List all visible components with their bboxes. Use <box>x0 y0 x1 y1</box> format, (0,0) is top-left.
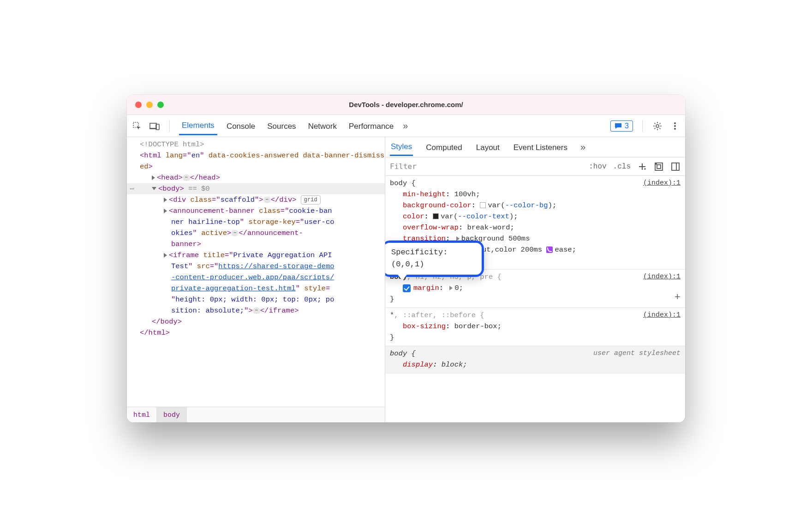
expand-arrow-icon[interactable] <box>164 253 167 258</box>
color-swatch-icon[interactable] <box>433 213 439 219</box>
divider <box>169 120 170 132</box>
tab-network[interactable]: Network <box>305 117 340 135</box>
content-area: <!DOCTYPE html> <html lang="en" data-coo… <box>127 137 685 422</box>
main-tab-bar: Elements Console Sources Network Perform… <box>127 115 685 137</box>
more-subtabs-button[interactable]: » <box>580 142 585 152</box>
divider <box>642 120 643 132</box>
close-window-button[interactable] <box>135 102 142 108</box>
svg-point-7 <box>674 128 676 130</box>
svg-rect-14 <box>672 163 679 170</box>
maximize-window-button[interactable] <box>157 102 164 108</box>
svg-rect-1 <box>150 123 156 128</box>
issues-badge[interactable]: 3 <box>610 120 633 132</box>
ellipsis-icon[interactable]: ⋯ <box>183 174 190 181</box>
style-rule-user-agent[interactable]: user agent stylesheet body { display: bl… <box>385 346 685 373</box>
svg-point-4 <box>656 125 659 127</box>
new-style-rule-icon[interactable] <box>637 162 647 172</box>
device-toolbar-icon[interactable] <box>149 120 160 132</box>
color-swatch-icon[interactable] <box>480 202 486 208</box>
minimize-window-button[interactable] <box>146 102 153 108</box>
tab-performance[interactable]: Performance <box>346 117 396 135</box>
expand-arrow-icon[interactable] <box>164 198 167 202</box>
rule-source-link[interactable]: (index):1 <box>643 178 681 188</box>
toggle-sidebar-icon[interactable] <box>670 162 681 172</box>
specificity-tooltip: Specificity: (0,0,1) <box>385 240 484 277</box>
dom-node-html[interactable]: <html lang="en" data-cookies-answered da… <box>127 150 385 172</box>
rule-source-link[interactable]: (index):1 <box>643 271 681 282</box>
subtab-computed[interactable]: Computed <box>425 139 463 156</box>
dom-node-iframe[interactable]: <iframe title="Private Aggregation API <box>127 250 385 261</box>
styles-filter-bar: :hov .cls <box>385 157 685 176</box>
dom-node-body-selected[interactable]: <body> == $0 <box>127 183 385 194</box>
computed-styles-sidebar-icon[interactable] <box>654 162 664 172</box>
titlebar: DevTools - developer.chrome.com/ <box>127 95 685 115</box>
grid-badge[interactable]: grid <box>301 195 321 205</box>
style-rule[interactable]: (index):1 *, ::after, ::before { box-siz… <box>385 308 685 346</box>
breadcrumb: html body <box>127 407 385 422</box>
crumb-body[interactable]: body <box>157 407 187 422</box>
property-checkbox[interactable] <box>403 284 411 292</box>
dom-node-div[interactable]: <div class="scaffold">⋯</div> grid <box>127 194 385 205</box>
inspect-element-icon[interactable] <box>131 120 143 132</box>
issues-count: 3 <box>625 122 629 130</box>
hov-toggle[interactable]: :hov <box>589 162 606 171</box>
bezier-editor-icon[interactable] <box>546 246 553 253</box>
ellipsis-icon[interactable]: ⋯ <box>253 307 260 314</box>
dom-tree[interactable]: <!DOCTYPE html> <html lang="en" data-coo… <box>127 137 385 407</box>
dom-body-close[interactable]: </body> <box>152 318 182 326</box>
expand-arrow-icon[interactable] <box>164 209 167 213</box>
tab-elements[interactable]: Elements <box>179 116 217 135</box>
ellipsis-icon[interactable]: ⋯ <box>231 230 239 236</box>
cls-toggle[interactable]: .cls <box>613 162 631 171</box>
devtools-window: DevTools - developer.chrome.com/ Element… <box>127 95 685 422</box>
expand-arrow-icon[interactable] <box>152 175 155 180</box>
rule-source-label: user agent stylesheet <box>593 348 681 359</box>
dom-node-announcement-banner[interactable]: <announcement-banner class="cookie-ban <box>127 205 385 216</box>
settings-icon[interactable] <box>652 120 663 132</box>
tooltip-text: Specificity: (0,0,1) <box>385 243 482 275</box>
tab-sources[interactable]: Sources <box>264 117 299 135</box>
expand-shorthand-icon[interactable] <box>449 286 453 290</box>
svg-rect-12 <box>657 165 661 168</box>
styles-tab-bar: Styles Computed Layout Event Listeners » <box>385 137 685 157</box>
traffic-lights <box>135 102 164 108</box>
doctype: <!DOCTYPE html> <box>140 140 204 149</box>
more-tabs-button[interactable]: » <box>403 120 408 131</box>
dom-node-head[interactable]: <head>⋯</head> <box>127 172 385 183</box>
ellipsis-icon[interactable]: ⋯ <box>263 197 271 203</box>
svg-point-13 <box>656 163 657 164</box>
styles-rules-list: (index):1 body { min-height: 100vh; back… <box>385 176 685 422</box>
kebab-menu-icon[interactable] <box>669 120 681 132</box>
window-title: DevTools - developer.chrome.com/ <box>349 101 463 108</box>
svg-point-5 <box>674 122 676 124</box>
subtab-styles[interactable]: Styles <box>390 138 413 156</box>
styles-panel: Styles Computed Layout Event Listeners »… <box>385 137 685 422</box>
subtab-event-listeners[interactable]: Event Listeners <box>513 139 568 156</box>
subtab-layout[interactable]: Layout <box>475 139 501 156</box>
collapse-arrow-icon[interactable] <box>152 187 156 190</box>
crumb-html[interactable]: html <box>127 407 157 422</box>
elements-panel: <!DOCTYPE html> <html lang="en" data-coo… <box>127 137 385 422</box>
iframe-src-link[interactable]: https://shared-storage-demo <box>218 262 334 271</box>
add-property-button[interactable]: + <box>675 290 681 306</box>
dom-html-close[interactable]: </html> <box>140 329 170 337</box>
svg-point-6 <box>674 125 676 127</box>
tab-console[interactable]: Console <box>224 117 258 135</box>
rule-source-link[interactable]: (index):1 <box>643 310 681 320</box>
styles-filter-input[interactable] <box>390 162 582 171</box>
